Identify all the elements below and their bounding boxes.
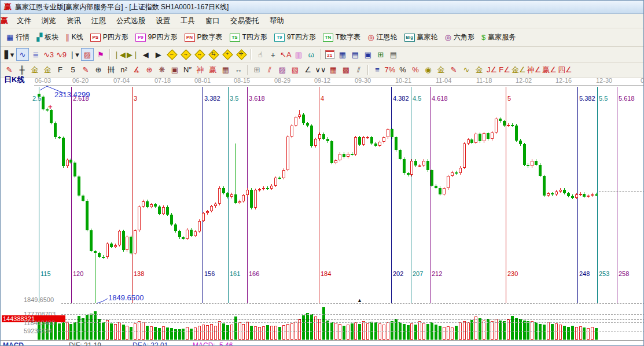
shift-left-button[interactable]: ← <box>165 49 178 60</box>
n-square-tool[interactable]: n² <box>118 64 130 76</box>
menu-item-9[interactable]: 帮助 <box>264 15 289 27</box>
grid-red2-tool-icon: ▩ <box>343 66 349 73</box>
indicator-name[interactable]: MACD <box>3 341 24 346</box>
grid-red2-tool[interactable]: ▩ <box>340 64 352 76</box>
info-panel-button[interactable]: ≣ <box>30 49 42 60</box>
width-tool[interactable]: ↔ <box>233 64 244 76</box>
p-square-button[interactable]: PSP四方形 <box>87 31 132 43</box>
menu-item-7[interactable]: 窗口 <box>200 15 225 27</box>
ying-angle-tool[interactable]: 赢∠ <box>542 64 557 76</box>
pattern-button[interactable]: ▨ <box>81 48 94 61</box>
menu-item-8[interactable]: 交易委托 <box>225 15 264 27</box>
grid-123-tool[interactable]: ▦ <box>220 64 231 76</box>
menu-item-1[interactable]: 浏览 <box>36 15 61 27</box>
tally-grid-tool[interactable]: 卌 <box>105 64 117 76</box>
minute3-button[interactable]: ∿3 <box>43 49 54 60</box>
kline-button[interactable]: ∥K线 <box>62 31 87 43</box>
pattern-purple-tool[interactable]: ▨ <box>277 64 288 76</box>
next-button[interactable]: ▶ <box>153 49 164 60</box>
menu-item-6[interactable]: 工具 <box>175 15 200 27</box>
slashes-tool[interactable]: ⫽ <box>353 64 365 76</box>
gold-line-tool[interactable]: 金 <box>435 64 447 76</box>
pattern-red-tool[interactable]: ▧ <box>289 64 301 76</box>
pencil-tool[interactable]: ✎ <box>3 64 15 76</box>
percent7-tool[interactable]: 7% <box>384 64 396 76</box>
menu-item-4[interactable]: 公式选股 <box>111 15 150 27</box>
t9-square-button[interactable]: T99T四方形 <box>271 31 319 43</box>
winner-wheel-button[interactable]: Big赢家轮 <box>401 31 441 43</box>
gann-fan-tool[interactable]: ⫽ <box>264 64 275 76</box>
gold-grid-tool[interactable]: 金 <box>29 64 41 76</box>
export-button[interactable]: ⊞ <box>375 49 387 60</box>
zoom-in-button[interactable]: + <box>221 49 234 60</box>
crosshair-tool-button[interactable]: ＋ <box>267 49 279 60</box>
f-grid-tool[interactable]: F <box>54 64 66 76</box>
last-page-button[interactable]: ▶❘ <box>127 49 139 60</box>
bar-type-button[interactable]: ❘▾ <box>68 49 80 60</box>
sectors-button[interactable]: ▞板块 <box>33 31 62 43</box>
minute9-button[interactable]: ∿9 <box>56 49 67 60</box>
h-compress-button[interactable]: ⇆ <box>207 49 220 60</box>
p-number-table-button[interactable]: PNP数字表 <box>181 31 226 43</box>
label-tool-button[interactable]: ↖A <box>280 49 292 60</box>
winner-service-button[interactable]: $赢家服务 <box>478 31 519 43</box>
save-button[interactable]: ▣ <box>362 49 374 60</box>
j-angle-tool[interactable]: J∠ <box>486 64 498 76</box>
circle-grid-tool[interactable]: ⊕ <box>93 64 104 76</box>
candle-wick <box>380 141 380 147</box>
menu-item-2[interactable]: 资讯 <box>61 15 86 27</box>
percent-line-tool[interactable]: % <box>410 64 421 76</box>
hexagon-button[interactable]: ◎六角形 <box>441 31 478 43</box>
ying-tool[interactable]: 赢 <box>207 64 219 76</box>
angle-pencil-tool[interactable]: ∡ <box>131 64 142 76</box>
hexagon-button-label: 六角形 <box>454 32 474 42</box>
angles-tool[interactable]: ∠ <box>302 64 314 76</box>
h-expand-button[interactable]: ↔ <box>193 49 206 60</box>
p9-square-button[interactable]: P99P四方形 <box>132 31 181 43</box>
four-angle-tool[interactable]: 四∠ <box>558 64 572 76</box>
gold-line2-tool[interactable]: 金 <box>473 64 485 76</box>
web-tool-button[interactable]: ω <box>306 49 317 60</box>
zoom-full-button[interactable]: ✛ <box>235 49 248 60</box>
grid-box-tool[interactable]: ▣ <box>169 64 181 76</box>
stats-tool[interactable]: ≡ <box>371 64 383 76</box>
window-tool[interactable]: ⊞ <box>251 64 263 76</box>
f-angle-tool[interactable]: F∠ <box>499 64 510 76</box>
quotes-button[interactable]: ▦行情 <box>3 31 33 43</box>
candle-pencil-tool[interactable]: ✎ <box>448 64 459 76</box>
t-number-table-button[interactable]: TNT数字表 <box>319 31 364 43</box>
t-square-button[interactable]: TST四方形 <box>226 31 271 43</box>
compass-tool[interactable]: ⊕ <box>143 64 155 76</box>
magnet-tool-button[interactable]: ▥ <box>293 49 304 60</box>
gold-angle-tool[interactable]: 金∠ <box>511 64 526 76</box>
shen-tool[interactable]: 神 <box>194 64 206 76</box>
gann-line-tool[interactable]: ╫ <box>16 64 28 76</box>
calendar-button[interactable]: 21 <box>324 49 336 60</box>
prev-button[interactable]: ◀ <box>140 49 152 60</box>
notebook-button[interactable]: ▤ <box>349 49 361 60</box>
starburst-tool-icon: ❋ <box>159 66 165 73</box>
gold-grid2-tool[interactable]: 金 <box>42 64 53 76</box>
price-flag-button[interactable]: ⚑ <box>95 49 106 60</box>
hand-tool-button[interactable]: ☝ <box>255 49 266 60</box>
percent-tool[interactable]: % <box>397 64 409 76</box>
menu-item-5[interactable]: 设置 <box>150 15 175 27</box>
gann-wheel-button[interactable]: ◎江恩轮 <box>364 31 400 43</box>
print-button[interactable]: ▤ <box>388 49 399 60</box>
five-grid-tool[interactable]: 5 <box>67 64 79 76</box>
pencil2-tool[interactable]: ✎ <box>80 64 91 76</box>
calculator-button[interactable]: ▦ <box>337 49 348 60</box>
candle-style-button[interactable]: ▋▾ <box>3 49 15 60</box>
starburst-tool[interactable]: ❋ <box>156 64 168 76</box>
zigzag-tool[interactable]: ∨∨ <box>315 64 326 76</box>
menu-item-0[interactable]: 文件 <box>12 15 36 27</box>
first-page-button[interactable]: ❘◀ <box>113 49 126 60</box>
grid-red-tool[interactable]: ▦ <box>327 64 339 76</box>
gold-circle-tool[interactable]: ◉ <box>422 64 434 76</box>
shift-right-button[interactable]: → <box>179 49 192 60</box>
menu-item-3[interactable]: 江恩 <box>86 15 111 27</box>
overlay-trend-button[interactable]: ∿ <box>16 48 29 61</box>
n-marks-tool[interactable]: N″ <box>182 64 193 76</box>
gold-wave-tool[interactable]: ∿ <box>461 64 472 76</box>
shen-angle-tool[interactable]: 神∠ <box>527 64 542 76</box>
